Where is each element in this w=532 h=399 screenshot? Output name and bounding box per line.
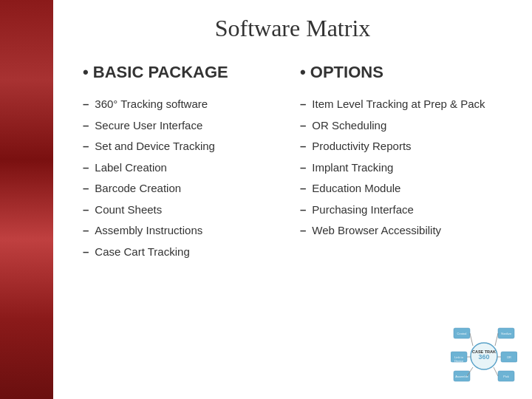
dash-icon: –: [83, 117, 89, 134]
logo-area: CASE TRAK 360 Central Sterilize Link to …: [451, 325, 517, 384]
basic-item-8: Case Cart Tracking: [95, 244, 189, 261]
options-list: – Item Level Tracking at Prep & Pack – O…: [300, 94, 502, 242]
basic-item-2: Secure User Interface: [95, 117, 202, 134]
main-content: Software Matrix • BASIC PACKAGE – 360° T…: [53, 0, 532, 399]
dash-icon: –: [300, 160, 306, 177]
list-item: – Barcode Creation: [83, 178, 285, 200]
left-decorative-border: [0, 0, 53, 399]
dash-icon: –: [300, 117, 306, 134]
svg-line-17: [495, 333, 498, 346]
basic-item-6: Count Sheets: [95, 202, 162, 219]
list-item: – Web Browser Accessibility: [300, 220, 502, 242]
svg-line-16: [470, 333, 473, 346]
svg-text:Central: Central: [457, 332, 467, 335]
options-item-1: Item Level Tracking at Prep & Pack: [312, 96, 485, 113]
options-item-5: Education Module: [312, 180, 400, 197]
dash-icon: –: [83, 244, 89, 261]
basic-package-header: • BASIC PACKAGE: [83, 63, 285, 82]
options-item-3: Productivity Reports: [312, 138, 411, 155]
page-title: Software Matrix: [75, 15, 510, 42]
list-item: – Label Creation: [83, 157, 285, 179]
case-trak-logo: CASE TRAK 360 Central Sterilize Link to …: [451, 325, 517, 384]
list-item: – OR Scheduling: [300, 115, 502, 137]
list-item: – Productivity Reports: [300, 136, 502, 157]
svg-text:Device: Device: [454, 359, 464, 363]
svg-text:Assemble: Assemble: [455, 375, 468, 378]
dash-icon: –: [300, 138, 306, 155]
options-item-7: Web Browser Accessibility: [312, 222, 441, 239]
dash-icon: –: [83, 222, 89, 239]
basic-package-list: – 360° Tracking software – Secure User I…: [83, 94, 285, 262]
dash-icon: –: [83, 202, 89, 219]
list-item: – Set and Device Tracking: [83, 136, 285, 157]
options-item-2: OR Scheduling: [312, 117, 386, 134]
basic-item-3: Set and Device Tracking: [95, 138, 215, 155]
dash-icon: –: [83, 96, 89, 113]
list-item: – Education Module: [300, 178, 502, 200]
svg-line-21: [494, 367, 498, 376]
dash-icon: –: [300, 180, 306, 197]
basic-item-4: Label Creation: [95, 160, 167, 177]
dash-icon: –: [83, 160, 89, 177]
list-item: – 360° Tracking software: [83, 94, 285, 115]
options-header: • OPTIONS: [300, 63, 502, 82]
basic-item-7: Assembly Instructions: [95, 222, 202, 239]
basic-package-column: • BASIC PACKAGE – 360° Tracking software…: [75, 63, 293, 262]
list-item: – Count Sheets: [83, 200, 285, 221]
svg-text:360: 360: [478, 353, 489, 361]
options-column: • OPTIONS – Item Level Tracking at Prep …: [293, 63, 510, 242]
svg-text:OR: OR: [507, 355, 511, 359]
dash-icon: –: [300, 222, 306, 239]
list-item: – Purchasing Interface: [300, 200, 502, 221]
list-item: – Case Cart Tracking: [83, 242, 285, 263]
columns-container: • BASIC PACKAGE – 360° Tracking software…: [75, 63, 510, 262]
dash-icon: –: [300, 202, 306, 219]
options-item-6: Purchasing Interface: [312, 202, 414, 219]
list-item: – Secure User Interface: [83, 115, 285, 137]
dash-icon: –: [83, 180, 89, 197]
basic-item-5: Barcode Creation: [95, 180, 181, 197]
svg-text:Sterilize: Sterilize: [501, 332, 512, 335]
list-item: – Item Level Tracking at Prep & Pack: [300, 94, 502, 115]
svg-text:Pick: Pick: [503, 375, 509, 378]
basic-item-1: 360° Tracking software: [95, 96, 208, 113]
list-item: – Implant Tracking: [300, 157, 502, 179]
options-item-4: Implant Tracking: [312, 160, 393, 177]
dash-icon: –: [300, 96, 306, 113]
dash-icon: –: [83, 138, 89, 155]
list-item: – Assembly Instructions: [83, 220, 285, 242]
